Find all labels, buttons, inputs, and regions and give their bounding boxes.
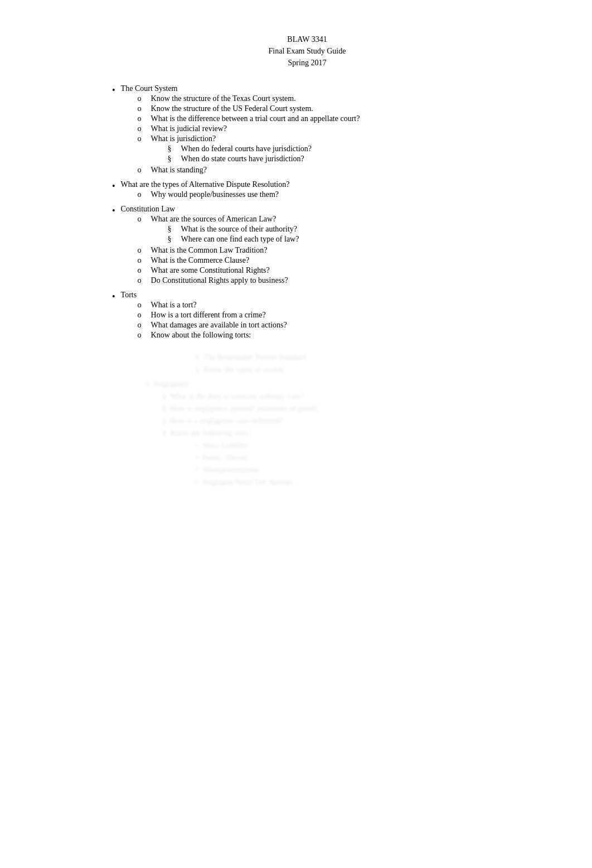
blurred-line: § How is a negligence case defended? (162, 417, 502, 426)
bullet-icon: • (112, 85, 115, 97)
sub-bullet-icon: o (138, 246, 145, 255)
list-item: o What is the Commerce Clause? (121, 256, 502, 265)
jurisdiction-sublist: § When do federal courts have jurisdicti… (151, 144, 502, 163)
sub-bullet-icon: o (138, 276, 145, 285)
list-item: o What is judicial review? (121, 124, 502, 133)
bullet-icon: • (112, 205, 115, 217)
list-item: § When do federal courts have jurisdicti… (151, 144, 502, 153)
sub-item-texas: Know the structure of the Texas Court sy… (151, 94, 502, 103)
sub-item-const-rights: What are some Constitutional Rights? (151, 266, 502, 275)
list-item: § What is the source of their authority? (151, 225, 502, 234)
sub-bullet-icon: o (138, 124, 145, 133)
adr-sublist: o Why would people/businesses use them? (121, 190, 502, 199)
blurred-content: § The Reasonable Person Standard § Know … (112, 353, 502, 487)
sub-bullet-icon: o (138, 134, 145, 143)
sub-bullet-icon: o (138, 256, 145, 265)
list-item: o What is the difference between a trial… (121, 114, 502, 123)
list-item-court-system: • The Court System o Know the structure … (112, 84, 502, 177)
sub-item-judicial-review: What is judicial review? (151, 124, 502, 133)
list-item: o What are the sources of American Law? … (121, 215, 502, 245)
list-item: o What is standing? (121, 166, 502, 175)
list-item: o How is a tort different from a crime? (121, 311, 502, 320)
blurred-line: • Misrepresentation (196, 466, 502, 475)
constitution-content: Constitution Law o What are the sources … (121, 205, 502, 287)
document-header: BLAW 3341 Final Exam Study Guide Spring … (112, 33, 502, 69)
sub-item-federal: Know the structure of the US Federal Cou… (151, 104, 502, 113)
page: BLAW 3341 Final Exam Study Guide Spring … (67, 0, 525, 868)
bullet-icon: • (112, 291, 115, 303)
blurred-line: § Know the following torts: (162, 429, 502, 438)
list-item: o Why would people/businesses use them? (121, 190, 502, 199)
blurred-line: § What is the duty to exercise ordinary … (162, 392, 502, 401)
sub-bullet-icon: o (138, 190, 145, 199)
sub-bullet-icon: o (138, 215, 145, 224)
sub-item-commerce-clause: What is the Commerce Clause? (151, 256, 502, 265)
sub-item-tort-damages: What damages are available in tort actio… (151, 321, 502, 330)
blurred-line: § How is negligence proved? (elements of… (162, 404, 502, 413)
list-item: § When do state courts have jurisdiction… (151, 155, 502, 163)
section-bullet-icon: § (168, 235, 176, 244)
list-item: o Know the structure of the US Federal C… (121, 104, 502, 113)
list-item: o What damages are available in tort act… (121, 321, 502, 330)
list-item: o What is a tort? (121, 301, 502, 310)
list-item-constitution: • Constitution Law o What are the source… (112, 205, 502, 287)
blurred-line: • Negligent/Strict Tort theories (196, 478, 502, 487)
sub-item-tort-crime: How is a tort different from a crime? (151, 311, 502, 320)
sub-bullet-icon: o (138, 331, 145, 340)
sub-item-what-tort: What is a tort? (151, 301, 502, 310)
blurred-line: • Strict Liability (196, 441, 502, 450)
list-item: o What are some Constitutional Rights? (121, 266, 502, 275)
sub-item-standing: What is standing? (151, 166, 502, 175)
sub-bullet-icon: o (138, 311, 145, 320)
sub-bullet-icon: o (138, 94, 145, 103)
sub-bullet-icon: o (138, 301, 145, 310)
sub-item-trial-appellate: What is the difference between a trial c… (151, 114, 502, 123)
sub-bullet-icon: o (138, 321, 145, 330)
blurred-line: o Negligence (145, 380, 502, 389)
section-bullet-icon: § (168, 144, 176, 153)
list-item-torts: • Torts o What is a tort? o How is a tor… (112, 291, 502, 342)
constitution-label: Constitution Law (121, 205, 176, 213)
sub-item-torts-know: Know about the following torts: (151, 331, 502, 340)
exam-title: Final Exam Study Guide (112, 45, 502, 57)
list-item: o Do Constitutional Rights apply to busi… (121, 276, 502, 285)
federal-jurisdiction: When do federal courts have jurisdiction… (181, 144, 312, 153)
sub-item-jurisdiction: What is jurisdiction? § When do federal … (151, 134, 502, 165)
court-system-label: The Court System (121, 84, 178, 93)
sub-item-why-adr: Why would people/businesses use them? (151, 190, 502, 199)
constitution-sublist: o What are the sources of American Law? … (121, 215, 502, 285)
torts-sublist: o What is a tort? o How is a tort differ… (121, 301, 502, 340)
list-item-adr: • What are the types of Alternative Disp… (112, 180, 502, 201)
sub-item-common-law: What is the Common Law Tradition? (151, 246, 502, 255)
torts-label: Torts (121, 291, 137, 299)
section-bullet-icon: § (168, 225, 176, 234)
sub-bullet-icon: o (138, 114, 145, 123)
bullet-icon: • (112, 181, 115, 192)
sub-item-rights-business: Do Constitutional Rights apply to busine… (151, 276, 502, 285)
adr-label: What are the types of Alternative Disput… (121, 180, 290, 189)
source-find: Where can one find each type of law? (181, 235, 299, 244)
court-system-content: The Court System o Know the structure of… (121, 84, 502, 177)
blurred-line: § Know the types of assault (196, 365, 502, 374)
course-title: BLAW 3341 (112, 33, 502, 45)
list-item: o What is the Common Law Tradition? (121, 246, 502, 255)
sub-bullet-icon: o (138, 266, 145, 275)
sub-bullet-icon: o (138, 166, 145, 175)
blurred-line: • Fraud / Deceit (196, 454, 502, 462)
blurred-line: § The Reasonable Person Standard (196, 353, 502, 362)
list-item: o Know the structure of the Texas Court … (121, 94, 502, 103)
state-jurisdiction: When do state courts have jurisdiction? (181, 155, 304, 163)
section-bullet-icon: § (168, 155, 176, 163)
list-item: § Where can one find each type of law? (151, 235, 502, 244)
adr-content: What are the types of Alternative Disput… (121, 180, 502, 201)
semester: Spring 2017 (112, 57, 502, 69)
torts-content: Torts o What is a tort? o How is a tort … (121, 291, 502, 342)
court-system-sublist: o Know the structure of the Texas Court … (121, 94, 502, 175)
sub-item-sources: What are the sources of American Law? § … (151, 215, 502, 245)
list-item: o Know about the following torts: (121, 331, 502, 340)
sources-sublist: § What is the source of their authority?… (151, 225, 502, 244)
main-list: • The Court System o Know the structure … (112, 84, 502, 342)
source-authority: What is the source of their authority? (181, 225, 297, 234)
list-item: o What is jurisdiction? § When do federa… (121, 134, 502, 165)
sub-bullet-icon: o (138, 104, 145, 113)
